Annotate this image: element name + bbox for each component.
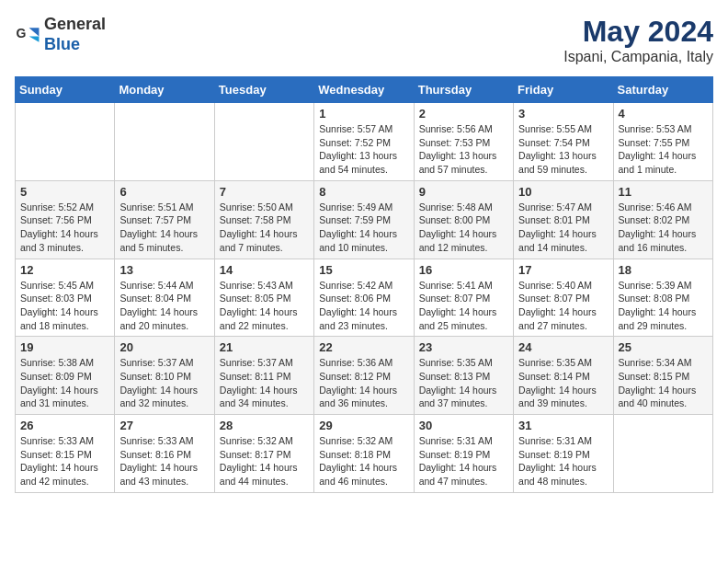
title-block: May 2024 Ispani, Campania, Italy	[563, 15, 713, 65]
day-number: 25	[619, 340, 708, 354]
day-number: 10	[518, 185, 608, 199]
day-number: 31	[518, 419, 608, 432]
day-info: Sunrise: 5:43 AM Sunset: 8:05 PM Dayligh…	[220, 279, 309, 333]
day-info: Sunrise: 5:49 AM Sunset: 7:59 PM Dayligh…	[319, 201, 408, 255]
day-info: Sunrise: 5:39 AM Sunset: 8:08 PM Dayligh…	[619, 279, 708, 333]
calendar-day-cell: 21Sunrise: 5:37 AM Sunset: 8:11 PM Dayli…	[214, 337, 313, 415]
calendar-day-cell: 7Sunrise: 5:50 AM Sunset: 7:58 PM Daylig…	[214, 180, 313, 259]
day-of-week-header: Tuesday	[214, 77, 313, 103]
day-info: Sunrise: 5:56 AM Sunset: 7:53 PM Dayligh…	[419, 122, 508, 177]
calendar-day-cell: 13Sunrise: 5:44 AM Sunset: 8:04 PM Dayli…	[115, 259, 214, 337]
day-number: 16	[419, 263, 508, 277]
calendar-day-cell: 11Sunrise: 5:46 AM Sunset: 8:02 PM Dayli…	[613, 180, 712, 259]
calendar-week-row: 19Sunrise: 5:38 AM Sunset: 8:09 PM Dayli…	[16, 337, 713, 415]
day-info: Sunrise: 5:41 AM Sunset: 8:07 PM Dayligh…	[419, 279, 508, 333]
day-info: Sunrise: 5:48 AM Sunset: 8:00 PM Dayligh…	[419, 201, 508, 255]
calendar-day-cell: 8Sunrise: 5:49 AM Sunset: 7:59 PM Daylig…	[314, 180, 414, 259]
svg-text:G: G	[17, 26, 27, 40]
day-number: 30	[419, 419, 508, 432]
day-number: 24	[518, 340, 608, 354]
day-info: Sunrise: 5:31 AM Sunset: 8:19 PM Dayligh…	[518, 434, 608, 488]
day-number: 4	[619, 107, 708, 121]
day-number: 15	[319, 263, 408, 277]
day-number: 5	[20, 185, 109, 199]
day-info: Sunrise: 5:42 AM Sunset: 8:06 PM Dayligh…	[319, 279, 408, 333]
day-number: 19	[20, 340, 109, 354]
day-info: Sunrise: 5:33 AM Sunset: 8:15 PM Dayligh…	[20, 434, 109, 488]
calendar-week-row: 12Sunrise: 5:45 AM Sunset: 8:03 PM Dayli…	[16, 259, 713, 337]
day-number: 18	[619, 263, 708, 277]
day-info: Sunrise: 5:35 AM Sunset: 8:14 PM Dayligh…	[518, 356, 608, 410]
calendar-day-cell: 5Sunrise: 5:52 AM Sunset: 7:56 PM Daylig…	[16, 180, 115, 259]
calendar-day-cell: 25Sunrise: 5:34 AM Sunset: 8:15 PM Dayli…	[613, 337, 712, 415]
day-info: Sunrise: 5:38 AM Sunset: 8:09 PM Dayligh…	[20, 356, 109, 410]
day-info: Sunrise: 5:36 AM Sunset: 8:12 PM Dayligh…	[319, 356, 408, 410]
calendar-week-row: 5Sunrise: 5:52 AM Sunset: 7:56 PM Daylig…	[16, 180, 713, 259]
calendar-day-cell: 29Sunrise: 5:32 AM Sunset: 8:18 PM Dayli…	[314, 415, 414, 493]
day-info: Sunrise: 5:37 AM Sunset: 8:11 PM Dayligh…	[220, 356, 309, 410]
day-number: 1	[319, 107, 408, 121]
day-number: 14	[220, 263, 309, 277]
calendar-day-cell	[613, 415, 712, 493]
day-info: Sunrise: 5:53 AM Sunset: 7:55 PM Dayligh…	[619, 122, 708, 177]
calendar-day-cell: 23Sunrise: 5:35 AM Sunset: 8:13 PM Dayli…	[414, 337, 513, 415]
calendar-day-cell: 18Sunrise: 5:39 AM Sunset: 8:08 PM Dayli…	[613, 259, 712, 337]
day-info: Sunrise: 5:47 AM Sunset: 8:01 PM Dayligh…	[518, 201, 608, 255]
day-of-week-header: Saturday	[613, 77, 712, 103]
calendar-day-cell: 16Sunrise: 5:41 AM Sunset: 8:07 PM Dayli…	[414, 259, 513, 337]
logo-icon: G	[15, 22, 40, 48]
calendar-week-row: 26Sunrise: 5:33 AM Sunset: 8:15 PM Dayli…	[16, 415, 713, 493]
day-info: Sunrise: 5:31 AM Sunset: 8:19 PM Dayligh…	[419, 434, 508, 488]
calendar-day-cell: 30Sunrise: 5:31 AM Sunset: 8:19 PM Dayli…	[414, 415, 513, 493]
day-number: 12	[20, 263, 109, 277]
day-number: 6	[119, 185, 209, 199]
day-info: Sunrise: 5:33 AM Sunset: 8:16 PM Dayligh…	[119, 434, 209, 488]
day-number: 21	[220, 340, 309, 354]
day-info: Sunrise: 5:55 AM Sunset: 7:54 PM Dayligh…	[518, 122, 608, 177]
day-info: Sunrise: 5:50 AM Sunset: 7:58 PM Dayligh…	[220, 201, 309, 255]
day-info: Sunrise: 5:32 AM Sunset: 8:18 PM Dayligh…	[319, 434, 408, 488]
day-number: 17	[518, 263, 608, 277]
calendar-day-cell: 24Sunrise: 5:35 AM Sunset: 8:14 PM Dayli…	[514, 337, 613, 415]
day-info: Sunrise: 5:32 AM Sunset: 8:17 PM Dayligh…	[220, 434, 309, 488]
calendar-day-cell: 4Sunrise: 5:53 AM Sunset: 7:55 PM Daylig…	[613, 103, 712, 181]
calendar-day-cell: 28Sunrise: 5:32 AM Sunset: 8:17 PM Dayli…	[214, 415, 313, 493]
day-info: Sunrise: 5:37 AM Sunset: 8:10 PM Dayligh…	[119, 356, 209, 410]
calendar-day-cell: 31Sunrise: 5:31 AM Sunset: 8:19 PM Dayli…	[514, 415, 613, 493]
day-number: 22	[319, 340, 408, 354]
day-number: 27	[119, 419, 209, 432]
day-number: 9	[419, 185, 508, 199]
location-title: Ispani, Campania, Italy	[563, 49, 713, 65]
calendar-day-cell: 1Sunrise: 5:57 AM Sunset: 7:52 PM Daylig…	[314, 103, 414, 181]
calendar-day-cell: 14Sunrise: 5:43 AM Sunset: 8:05 PM Dayli…	[214, 259, 313, 337]
calendar-day-cell: 27Sunrise: 5:33 AM Sunset: 8:16 PM Dayli…	[115, 415, 214, 493]
day-of-week-header: Thursday	[414, 77, 513, 103]
day-number: 3	[518, 107, 608, 121]
logo-general-text: General	[44, 15, 106, 33]
calendar-day-cell: 12Sunrise: 5:45 AM Sunset: 8:03 PM Dayli…	[16, 259, 115, 337]
svg-marker-2	[29, 36, 40, 41]
day-info: Sunrise: 5:57 AM Sunset: 7:52 PM Dayligh…	[319, 122, 408, 177]
day-number: 8	[319, 185, 408, 199]
day-of-week-header: Friday	[514, 77, 613, 103]
day-number: 13	[119, 263, 209, 277]
day-info: Sunrise: 5:46 AM Sunset: 8:02 PM Dayligh…	[619, 201, 708, 255]
logo-blue-text: Blue	[44, 35, 80, 53]
day-number: 7	[220, 185, 309, 199]
calendar-day-cell: 15Sunrise: 5:42 AM Sunset: 8:06 PM Dayli…	[314, 259, 414, 337]
calendar-day-cell	[115, 103, 214, 181]
day-info: Sunrise: 5:52 AM Sunset: 7:56 PM Dayligh…	[20, 201, 109, 255]
day-number: 11	[619, 185, 708, 199]
day-number: 29	[319, 419, 408, 432]
day-info: Sunrise: 5:44 AM Sunset: 8:04 PM Dayligh…	[119, 279, 209, 333]
calendar-day-cell	[16, 103, 115, 181]
day-of-week-header: Sunday	[16, 77, 115, 103]
calendar-day-cell: 3Sunrise: 5:55 AM Sunset: 7:54 PM Daylig…	[514, 103, 613, 181]
calendar-day-cell: 19Sunrise: 5:38 AM Sunset: 8:09 PM Dayli…	[16, 337, 115, 415]
day-number: 20	[119, 340, 209, 354]
day-of-week-header: Monday	[115, 77, 214, 103]
calendar-week-row: 1Sunrise: 5:57 AM Sunset: 7:52 PM Daylig…	[16, 103, 713, 181]
day-info: Sunrise: 5:34 AM Sunset: 8:15 PM Dayligh…	[619, 356, 708, 410]
calendar-day-cell: 20Sunrise: 5:37 AM Sunset: 8:10 PM Dayli…	[115, 337, 214, 415]
day-number: 26	[20, 419, 109, 432]
